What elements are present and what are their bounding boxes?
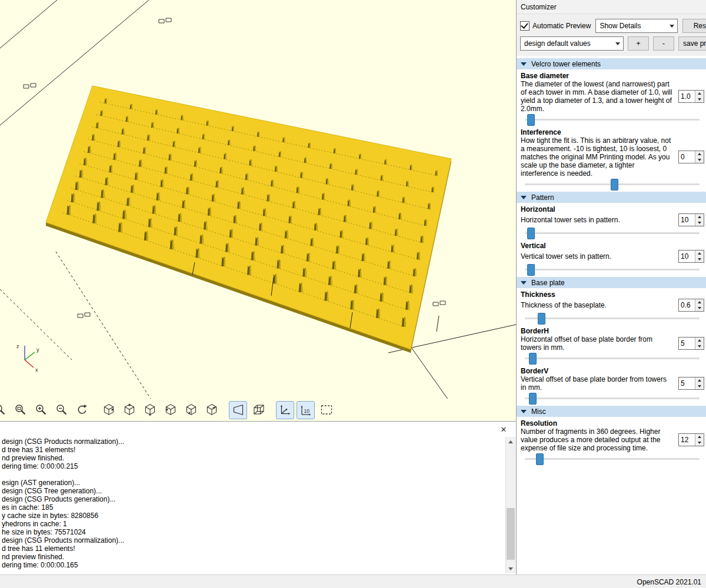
spin-up-button[interactable] [695, 338, 704, 343]
param-spinbox[interactable]: 5 [678, 337, 704, 350]
spin-down-button[interactable] [695, 383, 704, 389]
toolbar-button-view-back[interactable] [202, 401, 221, 419]
spin-down-button[interactable] [695, 157, 704, 163]
param-slider[interactable] [525, 114, 700, 125]
param-value[interactable]: 0.6 [679, 299, 695, 311]
param-spinbox[interactable]: 0.6 [678, 299, 704, 312]
toolbar-button-view-perspective[interactable] [229, 401, 247, 419]
toolbar-button-zoom-window[interactable] [0, 401, 9, 419]
param-value[interactable]: 5 [679, 377, 695, 389]
viewport-3d[interactable]: zyx [0, 0, 516, 399]
slider-handle[interactable] [527, 114, 535, 126]
slider-handle[interactable] [529, 353, 537, 365]
param-value[interactable]: 12 [679, 434, 695, 446]
spin-down-button[interactable] [695, 440, 704, 446]
spin-up-button[interactable] [695, 214, 704, 220]
param-slider[interactable] [525, 179, 700, 189]
console-line: d tree has 31 elements! [2, 446, 503, 454]
param-slider[interactable] [525, 393, 700, 403]
reset-button[interactable]: Reset [682, 19, 706, 33]
scroll-down-button[interactable] [506, 564, 515, 573]
preset-dropdown[interactable]: design default values [520, 36, 624, 51]
details-dropdown[interactable]: Show Details [595, 19, 678, 33]
toolbar-button-view-left[interactable] [161, 401, 179, 419]
param-value[interactable]: 5 [679, 338, 695, 349]
slider-groove[interactable] [525, 397, 700, 399]
param-slider[interactable] [525, 453, 700, 464]
spin-up-button[interactable] [695, 377, 704, 383]
param-value[interactable]: 1.0 [679, 91, 695, 102]
spin-up-button[interactable] [695, 91, 704, 96]
param-spinbox[interactable]: 5 [678, 377, 704, 390]
spin-up-button[interactable] [695, 151, 704, 157]
spin-down-button[interactable] [695, 343, 704, 349]
param-spinbox[interactable]: 0 [678, 151, 704, 163]
remove-preset-button[interactable]: - [653, 36, 674, 51]
spin-up-button[interactable] [695, 299, 704, 305]
spin-down-button[interactable] [695, 305, 704, 311]
slider-handle[interactable] [538, 313, 545, 325]
group-header-base-plate[interactable]: Base plate [517, 277, 706, 288]
param-horizontal: HorizontalHorizontal tower sets in patte… [517, 203, 706, 238]
toolbar-button-zoom-out[interactable] [52, 401, 71, 419]
spin-down-icon [698, 442, 701, 444]
slider-handle[interactable] [536, 453, 544, 465]
scroll-up-button[interactable] [506, 437, 515, 446]
spin-down-button[interactable] [695, 220, 704, 226]
slider-handle[interactable] [611, 179, 618, 191]
param-base-diameter: Base diameterThe diameter of the lowest … [517, 69, 706, 125]
param-spinbox[interactable]: 10 [678, 250, 704, 263]
toolbar-button-view-right[interactable] [99, 401, 118, 419]
slider-handle[interactable] [527, 264, 535, 276]
console-close-button[interactable]: ✕ [498, 424, 509, 435]
toolbar-button-show-axes[interactable] [276, 401, 294, 419]
scrollbar-thumb[interactable] [507, 508, 515, 560]
toolbar-button-view-bottom[interactable] [141, 401, 159, 419]
param-value[interactable]: 0 [679, 151, 695, 163]
param-description: The diameter of the lowest (and narrowes… [521, 80, 678, 113]
toolbar-button-view-all[interactable] [317, 401, 335, 419]
slider-groove[interactable] [525, 119, 700, 121]
toolbar-button-view-front[interactable] [182, 401, 200, 419]
toolbar-button-view-top[interactable] [120, 401, 138, 419]
group-header-velcro-tower-elements[interactable]: Velcro tower elements [517, 58, 706, 69]
param-slider[interactable] [525, 353, 700, 363]
slider-groove[interactable] [525, 232, 700, 234]
param-slider[interactable] [525, 264, 700, 275]
spin-down-button[interactable] [695, 256, 704, 262]
param-borderh: BorderHHorizontal offset of base plate b… [517, 325, 706, 363]
param-description: Thickness of the baseplate. [521, 301, 678, 309]
spin-down-button[interactable] [695, 96, 704, 102]
param-value[interactable]: 10 [679, 250, 695, 262]
slider-groove[interactable] [525, 318, 700, 319]
toolbar-button-reset-view[interactable] [73, 401, 91, 419]
group-title: Misc [531, 407, 546, 416]
chevron-down-icon [670, 25, 674, 28]
spin-up-button[interactable] [695, 434, 704, 440]
param-name: Resolution [521, 419, 704, 427]
group-header-pattern[interactable]: Pattern [517, 192, 706, 203]
param-spinbox[interactable]: 10 [678, 213, 704, 226]
param-spinbox[interactable]: 1.0 [678, 90, 704, 103]
chevron-down-icon [615, 42, 620, 45]
slider-handle[interactable] [529, 393, 537, 405]
group-header-misc[interactable]: Misc [517, 406, 706, 417]
slider-handle[interactable] [527, 228, 535, 239]
toolbar-button-view-orthogonal[interactable] [249, 401, 268, 419]
automatic-preview-checkbox[interactable] [520, 21, 530, 31]
param-value[interactable]: 10 [679, 214, 695, 226]
toolbar-button-zoom-in[interactable] [32, 401, 50, 419]
console-scrollbar[interactable] [505, 437, 516, 573]
param-slider[interactable] [525, 228, 700, 238]
param-spinbox[interactable]: 12 [678, 433, 704, 446]
slider-groove[interactable] [525, 458, 700, 460]
slider-groove[interactable] [525, 269, 700, 270]
slider-groove[interactable] [525, 358, 700, 359]
toolbar-button-zoom-all[interactable] [11, 401, 29, 419]
viewport-canvas[interactable]: zyx [0, 0, 516, 399]
toolbar-button-show-scale-markers[interactable]: 10 [297, 401, 315, 419]
save-preset-button[interactable]: save preset [678, 36, 706, 51]
spin-up-button[interactable] [695, 250, 704, 256]
param-slider[interactable] [525, 313, 700, 323]
add-preset-button[interactable]: + [628, 36, 649, 51]
